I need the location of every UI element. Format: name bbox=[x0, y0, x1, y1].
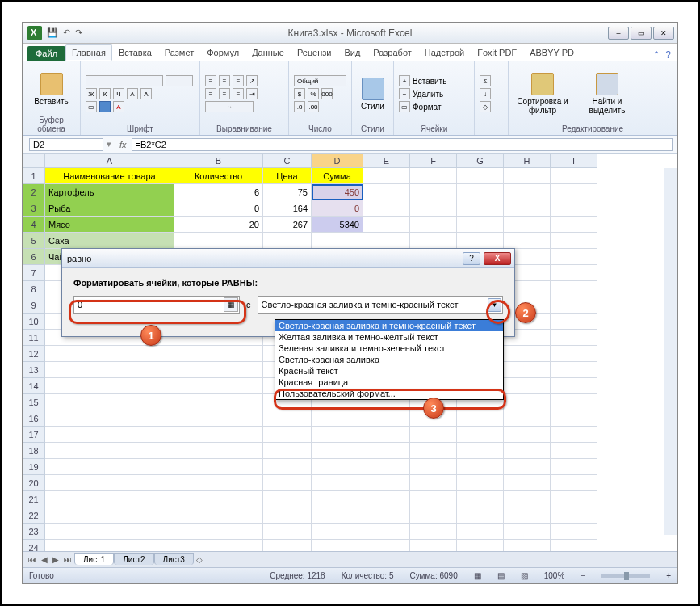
cell[interactable] bbox=[410, 427, 457, 443]
cell[interactable] bbox=[263, 459, 312, 475]
combo-option-custom[interactable]: Пользовательский формат... bbox=[275, 388, 503, 399]
cell[interactable] bbox=[174, 524, 263, 540]
cell[interactable] bbox=[45, 427, 174, 443]
align-top-button[interactable]: ≡ bbox=[205, 75, 216, 86]
cell[interactable] bbox=[45, 410, 174, 427]
cell[interactable] bbox=[551, 378, 597, 394]
new-sheet-icon[interactable]: ◇ bbox=[194, 555, 205, 564]
cell[interactable] bbox=[45, 524, 174, 540]
cell[interactable]: Сумма bbox=[312, 168, 363, 184]
align-middle-button[interactable]: ≡ bbox=[219, 75, 230, 86]
cell[interactable] bbox=[312, 443, 363, 459]
row-header[interactable]: 7 bbox=[23, 265, 45, 281]
clear-button[interactable]: ◇ bbox=[480, 101, 491, 112]
select-all-corner[interactable] bbox=[23, 154, 45, 168]
row-header[interactable]: 12 bbox=[23, 346, 45, 362]
cell[interactable] bbox=[551, 330, 597, 346]
cell[interactable] bbox=[551, 233, 597, 249]
cell[interactable] bbox=[363, 184, 410, 200]
tab-view[interactable]: Вид bbox=[337, 44, 367, 61]
cell[interactable] bbox=[312, 410, 363, 427]
cell[interactable] bbox=[45, 459, 174, 475]
cell[interactable]: 164 bbox=[263, 200, 312, 217]
sheet-nav-prev-icon[interactable]: ◀ bbox=[39, 555, 50, 564]
cell[interactable] bbox=[504, 378, 551, 394]
underline-button[interactable]: Ч bbox=[113, 88, 124, 99]
redo-icon[interactable]: ↷ bbox=[75, 27, 82, 38]
cell[interactable] bbox=[263, 540, 312, 551]
col-header-f[interactable]: F bbox=[410, 154, 457, 168]
col-header-i[interactable]: I bbox=[551, 154, 597, 168]
cell[interactable] bbox=[551, 346, 597, 362]
cell[interactable] bbox=[551, 443, 597, 459]
cell[interactable] bbox=[263, 443, 312, 459]
view-pagebreak-icon[interactable]: ▧ bbox=[521, 571, 528, 580]
zoom-in-icon[interactable]: + bbox=[666, 571, 671, 580]
row-header[interactable]: 22 bbox=[23, 507, 45, 524]
cell[interactable] bbox=[312, 540, 363, 551]
orientation-button[interactable]: ↗ bbox=[246, 75, 258, 86]
cell[interactable] bbox=[312, 507, 363, 524]
zoom-level[interactable]: 100% bbox=[544, 571, 565, 580]
cell[interactable] bbox=[551, 281, 597, 297]
cell[interactable] bbox=[45, 394, 174, 410]
cell[interactable] bbox=[504, 524, 551, 540]
cell[interactable]: Цена bbox=[263, 168, 312, 184]
cell[interactable] bbox=[263, 491, 312, 507]
cell[interactable] bbox=[457, 410, 504, 427]
col-header-a[interactable]: A bbox=[45, 154, 174, 168]
cell[interactable] bbox=[363, 459, 410, 475]
cell[interactable] bbox=[457, 168, 504, 184]
cell[interactable] bbox=[363, 168, 410, 184]
cell[interactable] bbox=[410, 443, 457, 459]
cell[interactable] bbox=[363, 524, 410, 540]
row-header[interactable]: 8 bbox=[23, 281, 45, 297]
cell[interactable] bbox=[410, 524, 457, 540]
merge-button[interactable]: ↔ bbox=[205, 101, 254, 112]
fill-button[interactable]: ↓ bbox=[480, 88, 491, 99]
cell[interactable] bbox=[551, 184, 597, 200]
cell[interactable] bbox=[457, 459, 504, 475]
col-header-g[interactable]: G bbox=[457, 154, 504, 168]
cell[interactable] bbox=[504, 346, 551, 362]
cell[interactable] bbox=[363, 217, 410, 233]
cell[interactable] bbox=[504, 233, 551, 249]
cell[interactable] bbox=[457, 491, 504, 507]
align-left-button[interactable]: ≡ bbox=[205, 88, 216, 99]
cell[interactable] bbox=[551, 524, 597, 540]
sheet-nav-first-icon[interactable]: ⏮ bbox=[26, 555, 39, 564]
font-color-button[interactable]: A bbox=[113, 101, 124, 112]
cell[interactable] bbox=[457, 184, 504, 200]
cell[interactable] bbox=[45, 443, 174, 459]
cell[interactable] bbox=[363, 233, 410, 249]
italic-button[interactable]: К bbox=[99, 88, 111, 99]
cell[interactable] bbox=[410, 540, 457, 551]
bold-button[interactable]: Ж bbox=[86, 88, 97, 99]
row-header[interactable]: 11 bbox=[23, 330, 45, 346]
col-header-d[interactable]: D bbox=[312, 154, 363, 168]
cell[interactable] bbox=[174, 540, 263, 551]
cell[interactable]: Мясо bbox=[45, 217, 174, 233]
cell[interactable] bbox=[504, 459, 551, 475]
row-header[interactable]: 4 bbox=[23, 217, 45, 233]
cell[interactable] bbox=[551, 475, 597, 491]
cell[interactable] bbox=[45, 378, 174, 394]
cell[interactable] bbox=[410, 200, 457, 217]
cell[interactable]: 75 bbox=[263, 184, 312, 200]
cell[interactable] bbox=[363, 507, 410, 524]
combo-option[interactable]: Красный текст bbox=[275, 365, 503, 377]
dialog-help-button[interactable]: ? bbox=[463, 252, 480, 265]
row-header[interactable]: 2 bbox=[23, 184, 45, 200]
tab-data[interactable]: Данные bbox=[245, 44, 291, 61]
combo-option[interactable]: Желтая заливка и темно-желтый текст bbox=[275, 331, 503, 343]
tab-home[interactable]: Главная bbox=[65, 44, 112, 61]
cell[interactable] bbox=[312, 475, 363, 491]
cell[interactable] bbox=[174, 346, 263, 362]
autosum-button[interactable]: Σ bbox=[480, 75, 491, 86]
help-icon[interactable]: ? bbox=[665, 49, 671, 61]
cell[interactable] bbox=[174, 459, 263, 475]
dropdown-icon[interactable]: ▾ bbox=[107, 139, 111, 149]
row-header[interactable]: 6 bbox=[23, 249, 45, 265]
row-header[interactable]: 20 bbox=[23, 475, 45, 491]
cell[interactable] bbox=[551, 362, 597, 378]
